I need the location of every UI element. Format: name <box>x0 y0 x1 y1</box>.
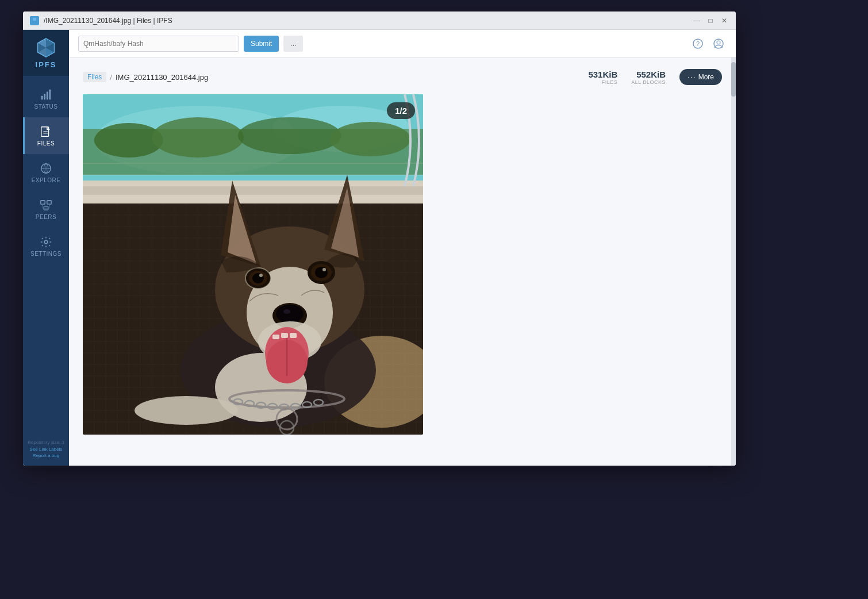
settings-label: SETTINGS <box>30 251 62 257</box>
status-icon <box>40 89 52 101</box>
more-button-label: More <box>698 73 714 81</box>
explore-label: EXPLORE <box>32 177 61 183</box>
sidebar-footer-version: Repository size: 3 See Link Labels Repor… <box>28 439 64 459</box>
top-bar: Submit ... ? <box>69 30 736 57</box>
svg-point-27 <box>44 240 48 244</box>
blocks-size-stat: 552KiB ALL BLOCKS <box>631 70 666 85</box>
svg-point-43 <box>330 122 410 156</box>
svg-rect-10 <box>44 94 45 99</box>
page-header: Files / IMG_20211130_201644.jpg 531KiB F… <box>83 69 722 85</box>
user-button[interactable] <box>710 36 727 52</box>
window-controls: — □ ✕ <box>692 16 729 25</box>
svg-rect-20 <box>41 200 45 203</box>
blocks-size-value: 552KiB <box>631 70 666 79</box>
more-topbar-button[interactable]: ... <box>283 36 303 52</box>
files-label: FILES <box>37 140 55 147</box>
sidebar-footer: Repository size: 3 See Link Labels Repor… <box>23 432 69 466</box>
user-icon <box>713 39 724 49</box>
sidebar-item-settings[interactable]: SETTINGS <box>23 228 69 264</box>
peers-icon <box>40 199 52 212</box>
sidebar-item-status[interactable]: STATUS <box>23 80 69 117</box>
sidebar: IPFS STATUS <box>23 30 69 466</box>
svg-rect-9 <box>41 95 43 99</box>
svg-rect-123 <box>272 335 279 339</box>
svg-rect-125 <box>290 333 297 338</box>
svg-rect-124 <box>281 333 288 338</box>
dog-photo-svg <box>83 94 423 435</box>
files-size-stat: 531KiB FILES <box>588 70 617 85</box>
ipfs-cube-icon <box>36 37 56 58</box>
svg-point-118 <box>283 309 290 314</box>
svg-point-100 <box>135 396 238 425</box>
breadcrumb-current-file: IMG_20211130_201644.jpg <box>116 73 208 82</box>
scrollbar[interactable] <box>731 57 736 466</box>
svg-rect-1 <box>33 18 36 21</box>
title-bar: /IMG_20211130_201644.jpg | Files | IPFS … <box>23 11 736 30</box>
breadcrumb-files-link[interactable]: Files <box>83 72 106 82</box>
more-button-dots: ··· <box>688 72 696 82</box>
main-content: Files / IMG_20211130_201644.jpg 531KiB F… <box>69 57 736 466</box>
breadcrumb: Files / IMG_20211130_201644.jpg <box>83 72 208 82</box>
settings-icon <box>40 236 52 248</box>
files-size-value: 531KiB <box>588 70 617 79</box>
files-size-label: FILES <box>588 79 617 85</box>
more-button[interactable]: ··· More <box>679 69 722 85</box>
svg-point-42 <box>238 117 341 154</box>
help-button[interactable]: ? <box>690 36 706 52</box>
window-title: /IMG_20211130_201644.jpg | Files | IPFS <box>44 17 692 25</box>
sidebar-logo: IPFS <box>23 30 69 76</box>
scrollbar-thumb[interactable] <box>731 62 736 97</box>
svg-point-31 <box>717 41 720 44</box>
submit-button[interactable]: Submit <box>244 36 279 52</box>
peers-label: PEERS <box>36 214 56 220</box>
sidebar-nav: STATUS FILES <box>23 76 69 432</box>
svg-rect-45 <box>83 186 423 195</box>
image-container: 1/2 <box>83 94 423 435</box>
svg-point-110 <box>259 274 263 277</box>
search-input[interactable] <box>78 36 239 52</box>
svg-rect-21 <box>47 200 51 203</box>
sidebar-item-files[interactable]: FILES <box>23 117 69 154</box>
sidebar-item-explore[interactable]: EXPLORE <box>23 154 69 191</box>
svg-point-115 <box>322 268 326 271</box>
close-button[interactable]: ✕ <box>720 16 729 25</box>
svg-rect-12 <box>49 89 51 99</box>
image-badge: 1/2 <box>387 102 415 119</box>
svg-point-114 <box>315 267 328 278</box>
files-icon <box>40 125 52 138</box>
svg-point-41 <box>152 117 244 158</box>
breadcrumb-separator: / <box>110 73 112 82</box>
help-icon: ? <box>693 39 703 49</box>
explore-icon <box>40 162 52 175</box>
header-stats: 531KiB FILES 552KiB ALL BLOCKS ··· More <box>588 69 722 85</box>
title-bar-app-icon <box>30 16 39 25</box>
status-label: STATUS <box>34 103 58 110</box>
minimize-button[interactable]: — <box>692 16 701 25</box>
image-display <box>83 94 423 435</box>
blocks-size-label: ALL BLOCKS <box>631 79 666 85</box>
svg-point-117 <box>276 305 304 323</box>
svg-rect-11 <box>47 91 48 99</box>
sidebar-item-peers[interactable]: PEERS <box>23 191 69 228</box>
sidebar-logo-text: IPFS <box>36 60 57 69</box>
svg-text:?: ? <box>696 40 700 47</box>
maximize-button[interactable]: □ <box>706 16 715 25</box>
